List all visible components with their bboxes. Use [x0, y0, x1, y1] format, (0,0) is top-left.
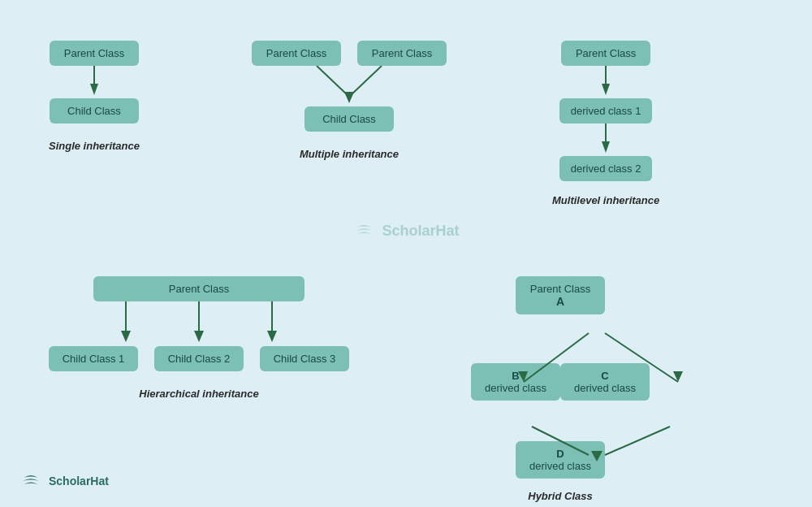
multilevel-parent-box: Parent Class: [561, 41, 650, 66]
single-inheritance-section: Parent Class Child Class Single inherita…: [49, 41, 140, 152]
hierarchical-inheritance-section: Parent Class Child Class 1 Child Class 2…: [49, 276, 349, 400]
single-child-box: Child Class: [50, 98, 139, 124]
hybrid-d-box: D derived class: [516, 441, 605, 479]
hybrid-label: Hybrid Class: [463, 490, 658, 502]
multiple-child-box: Child Class: [304, 106, 394, 132]
multilevel-label: Multilevel inheritance: [552, 194, 659, 206]
svg-marker-14: [267, 331, 277, 342]
svg-marker-12: [194, 331, 204, 342]
multiple-parent1-box: Parent Class: [252, 41, 341, 66]
hierarchical-child3-box: Child Class 3: [260, 346, 349, 371]
hierarchical-child2-box: Child Class 2: [154, 346, 244, 371]
svg-line-3: [349, 66, 382, 97]
hierarchical-arrows: [69, 301, 329, 346]
multiple-arrows: [268, 66, 430, 106]
multilevel-arrow1: [594, 66, 618, 98]
single-label: Single inheritance: [49, 140, 140, 152]
svg-marker-8: [602, 141, 610, 153]
watermark-logo-icon: [352, 219, 375, 242]
hybrid-b-box: B derived class: [471, 363, 560, 401]
svg-marker-20: [673, 371, 683, 382]
multilevel-inheritance-section: Parent Class derived class 1 derived cla…: [552, 41, 659, 206]
hybrid-c-box: C derived class: [560, 363, 650, 401]
watermark: ScholarHat: [352, 219, 459, 242]
bottom-logo: ScholarHat: [19, 470, 109, 492]
single-parent-box: Parent Class: [50, 41, 139, 66]
hierarchical-label: Hierarchical inheritance: [49, 388, 349, 400]
multilevel-derived1-box: derived class 1: [559, 98, 653, 124]
svg-marker-10: [121, 331, 131, 342]
multiple-parent2-box: Parent Class: [357, 41, 447, 66]
multiple-inheritance-section: Parent Class Parent Class Child Class Mu…: [252, 41, 447, 160]
svg-marker-1: [90, 84, 98, 95]
hybrid-inheritance-section: Parent Class A B derived class C derived…: [463, 276, 658, 502]
svg-marker-6: [602, 84, 610, 95]
svg-line-2: [317, 66, 349, 97]
hybrid-parent-box: Parent Class A: [516, 276, 605, 314]
hierarchical-child1-box: Child Class 1: [49, 346, 138, 371]
single-arrow: [82, 66, 106, 98]
multilevel-arrow2: [594, 124, 618, 156]
multilevel-derived2-box: derived class 2: [559, 156, 653, 181]
multiple-label: Multiple inheritance: [252, 148, 447, 160]
svg-marker-4: [344, 92, 354, 103]
hierarchical-parent-box: Parent Class: [93, 276, 304, 301]
logo-icon: [19, 470, 42, 492]
